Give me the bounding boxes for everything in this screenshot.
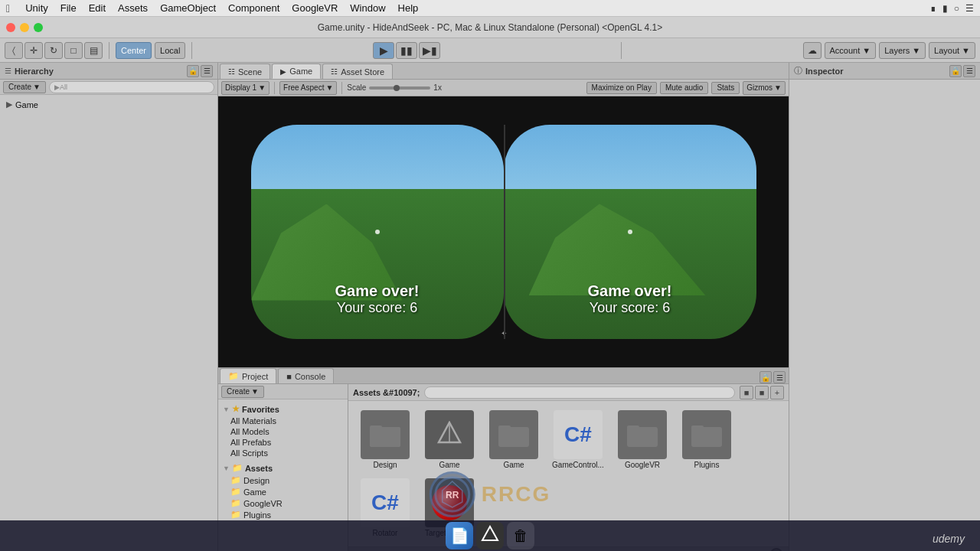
assets-tree-game[interactable]: 📁 Game xyxy=(221,486,345,497)
hand-tool-button[interactable]: 〈 xyxy=(5,42,23,59)
inspector-header: ⓘ Inspector 🔒 ☰ xyxy=(789,63,980,80)
apple-menu-icon[interactable]:  xyxy=(6,2,10,15)
tab-scene[interactable]: ☷ Scene xyxy=(220,64,270,79)
asset-item-gamecontrol[interactable]: C# GameControl... xyxy=(547,407,609,472)
transform-tools: 〈 ✛ ↻ □ ▤ xyxy=(5,42,103,59)
maximize-button[interactable] xyxy=(34,23,43,32)
menu-unity[interactable]: Unity xyxy=(19,2,54,14)
assets-view-button-1[interactable]: ■ xyxy=(740,386,753,399)
game-toolbar: Display 1 ▼ Free Aspect ▼ Scale 1x Maxim… xyxy=(218,80,789,96)
hierarchy-title: Hierarchy xyxy=(15,67,54,76)
assets-search-input[interactable] xyxy=(424,386,735,399)
assets-tree-header[interactable]: ▼ 📁 Assets xyxy=(221,461,345,474)
assets-tree-design[interactable]: 📁 Design xyxy=(221,474,345,486)
asset-label-game-unity: Game xyxy=(439,461,459,469)
menu-icon[interactable]: ☰ xyxy=(965,3,974,14)
tab-asset-store[interactable]: ☷ Asset Store xyxy=(322,64,393,79)
assets-tree-section: ▼ 📁 Assets 📁 Design 📁 Game xyxy=(221,461,345,520)
center-button[interactable]: Center xyxy=(116,42,152,59)
search-icon[interactable]: ○ xyxy=(954,3,959,14)
asset-thumbnail-game-unity xyxy=(425,410,474,459)
hierarchy-lock-button[interactable]: 🔒 xyxy=(187,65,199,77)
menu-component[interactable]: Component xyxy=(222,2,286,14)
asset-item-game-unity[interactable]: Game xyxy=(419,407,480,472)
cloud-button[interactable]: ☁ xyxy=(803,42,822,59)
bottom-panel-lock-button[interactable]: 🔒 xyxy=(760,371,772,383)
assets-tree-plugins[interactable]: 📁 Plugins xyxy=(221,509,345,520)
local-button[interactable]: Local xyxy=(155,42,185,59)
console-icon: ■ xyxy=(286,372,292,381)
asset-item-design[interactable]: Design xyxy=(354,407,416,472)
dock-unity-icon[interactable] xyxy=(476,522,504,549)
hierarchy-create-button[interactable]: Create ▼ xyxy=(3,81,46,93)
tab-project[interactable]: 📁 Project xyxy=(220,368,276,383)
menu-window[interactable]: Window xyxy=(344,2,391,14)
favorites-header[interactable]: ▼ ★ Favorites xyxy=(221,403,345,416)
inspector-menu-button[interactable]: ☰ xyxy=(963,65,975,77)
assets-add-button[interactable]: + xyxy=(770,386,784,399)
rotate-tool-button[interactable]: ↻ xyxy=(44,42,63,59)
stats-button[interactable]: Stats xyxy=(711,82,740,94)
svg-marker-15 xyxy=(482,527,498,540)
layers-dropdown[interactable]: Layers ▼ xyxy=(879,42,926,59)
assets-tree-googlevr[interactable]: 📁 GoogleVR xyxy=(221,497,345,509)
vr-left-eye: Game over! Your score: 6 xyxy=(251,125,504,339)
hierarchy-item-game[interactable]: ▶ Game xyxy=(3,98,214,111)
aspect-dropdown[interactable]: Free Aspect ▼ xyxy=(279,81,337,95)
vr-container: Game over! Your score: 6 Game over! xyxy=(251,125,756,339)
menu-edit[interactable]: Edit xyxy=(83,2,112,14)
account-dropdown[interactable]: Account ▼ xyxy=(825,42,877,59)
favorites-star-icon: ★ xyxy=(232,404,240,414)
layout-dropdown[interactable]: Layout ▼ xyxy=(929,42,975,59)
menu-help[interactable]: Help xyxy=(392,2,425,14)
gizmos-dropdown[interactable]: Gizmos ▼ xyxy=(743,81,786,95)
inspector-lock-button[interactable]: 🔒 xyxy=(949,65,962,77)
menu-assets[interactable]: Assets xyxy=(112,2,154,14)
maximize-on-play-button[interactable]: Maximize on Play xyxy=(586,82,657,94)
pause-button[interactable]: ▮▮ xyxy=(396,42,417,59)
mute-audio-button[interactable]: Mute audio xyxy=(660,82,708,94)
project-create-button[interactable]: Create ▼ xyxy=(221,386,264,398)
wifi-icon: ∎ xyxy=(930,3,936,14)
assets-folder-icon: 📁 xyxy=(232,463,243,473)
display-dropdown[interactable]: Display 1 ▼ xyxy=(221,81,270,95)
asset-item-plugins[interactable]: Plugins xyxy=(676,407,737,472)
scale-slider[interactable] xyxy=(369,86,430,90)
tab-console[interactable]: ■ Console xyxy=(278,368,334,383)
unity-logo-icon xyxy=(436,421,463,448)
asset-item-googlevr[interactable]: GoogleVR xyxy=(612,407,673,472)
hierarchy-menu-button[interactable]: ☰ xyxy=(201,65,213,77)
separator-3 xyxy=(621,42,622,59)
close-button[interactable] xyxy=(6,23,15,32)
bottom-tabs-row: 📁 Project ■ Console 🔒 ☰ xyxy=(218,368,789,384)
scale-tool-button[interactable]: □ xyxy=(64,42,83,59)
favorite-all-models[interactable]: All Models xyxy=(221,426,345,437)
dock-trash-icon[interactable]: 🗑 xyxy=(507,522,534,549)
asset-item-game-folder[interactable]: Game xyxy=(483,407,544,472)
favorites-arrow-icon: ▼ xyxy=(223,406,230,413)
bottom-panel-menu-button[interactable]: ☰ xyxy=(773,371,786,383)
tab-game[interactable]: ▶ Game xyxy=(272,64,321,79)
move-tool-button[interactable]: ✛ xyxy=(24,42,43,59)
hierarchy-search-input[interactable]: ▶All xyxy=(49,81,214,93)
play-button[interactable]: ▶ xyxy=(373,42,394,59)
watermark-text: RRCG xyxy=(482,482,550,507)
step-button[interactable]: ▶▮ xyxy=(419,42,440,59)
gt-sep-1 xyxy=(274,82,275,94)
play-controls: ▶ ▮▮ ▶▮ xyxy=(373,42,440,59)
assets-path: Assets &#10097; xyxy=(353,388,420,397)
googlevr-folder-icon: 📁 xyxy=(230,498,241,508)
menu-gameobject[interactable]: GameObject xyxy=(154,2,222,14)
hierarchy-header: ☰ Hierarchy 🔒 ☰ xyxy=(0,63,217,80)
minimize-button[interactable] xyxy=(20,23,29,32)
favorite-all-prefabs[interactable]: All Prefabs xyxy=(221,437,345,448)
menu-googlevr[interactable]: GoogleVR xyxy=(286,2,344,14)
menu-file[interactable]: File xyxy=(54,2,83,14)
favorite-all-materials[interactable]: All Materials xyxy=(221,416,345,426)
dock-finder-icon[interactable]: 📄 xyxy=(446,522,473,549)
rect-tool-button[interactable]: ▤ xyxy=(84,42,103,59)
favorite-all-scripts[interactable]: All Scripts xyxy=(221,448,345,458)
game-over-overlay-right: Game over! Your score: 6 xyxy=(504,282,756,316)
game-toolbar-right: Maximize on Play Mute audio Stats Gizmos… xyxy=(586,81,786,95)
assets-view-button-2[interactable]: ■ xyxy=(755,386,769,399)
